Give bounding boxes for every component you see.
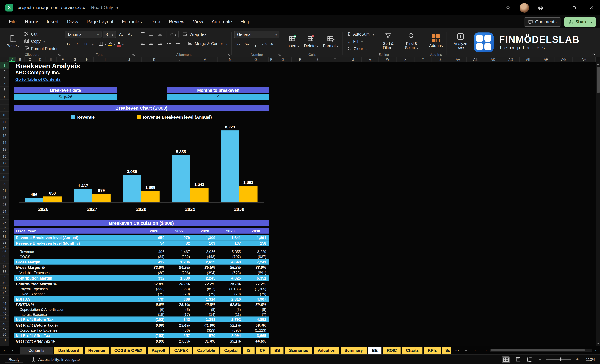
row-header-3[interactable]: 3 — [0, 75, 9, 82]
column-header-m[interactable]: M — [192, 57, 218, 62]
cell-revenue-breakeven-level-monthly-2026[interactable]: 54 — [141, 241, 167, 246]
sheet-tab-summary[interactable]: Summary — [341, 347, 367, 354]
cell-ebitda-2027[interactable]: 368 — [167, 297, 192, 301]
column-header-t[interactable]: T — [326, 57, 345, 62]
sheet-tab-be[interactable]: BE — [368, 347, 382, 354]
row-header-28[interactable]: 28 — [0, 227, 9, 229]
cell-revenue-2028[interactable]: 3,086 — [192, 250, 217, 254]
column-header-d[interactable]: D — [35, 57, 46, 62]
sheet-canvas[interactable]: Breakeven Analysis ABC Company Inc. Go t… — [9, 62, 596, 346]
cell-contribution-margin-2029[interactable]: 4,025 — [218, 276, 243, 280]
row-header-7[interactable]: 7 — [0, 93, 9, 100]
column-header-x[interactable]: X — [397, 57, 414, 62]
column-header-i[interactable]: I — [94, 57, 117, 62]
cell-revenue-breakeven-level-monthly-2030[interactable]: 158 — [243, 241, 269, 246]
cell-net-profit-after-tax-2026[interactable]: 0.0% — [141, 339, 167, 343]
breakeven-chart[interactable]: RevenueRevenue Breakeven level (Annual) … — [14, 111, 269, 219]
cell-cogs-2028[interactable]: (448) — [192, 255, 217, 259]
cell-corporate-tax-expense-2029[interactable]: (698) — [218, 328, 243, 332]
sheet-tab-capital[interactable]: Capital — [220, 347, 242, 354]
scroll-up-arrow-icon[interactable] — [597, 63, 599, 65]
merge-center-button[interactable]: Merge & Center — [186, 40, 229, 46]
row-label-fixed-expenses[interactable]: Fixed Expenses — [14, 292, 141, 296]
row-header-20[interactable]: 20 — [0, 181, 9, 187]
row-header-43[interactable]: 43 — [0, 296, 9, 301]
cell-contribution-margin-2029[interactable]: 75.2% — [218, 282, 243, 286]
cell-interest-expense-2029[interactable]: (11) — [218, 312, 243, 316]
cell-payroll-expenses-2030[interactable]: (1,365) — [243, 287, 269, 291]
decrease-decimal-button[interactable]: .0→ — [270, 40, 277, 47]
web-globe-button[interactable] — [532, 0, 548, 15]
cell-net-profit-before-tax-2027[interactable]: 23.4% — [167, 323, 192, 327]
cell-corporate-tax-expense-2028[interactable]: (323) — [192, 328, 217, 332]
sheet-tab-captable[interactable]: CapTable — [193, 347, 219, 354]
row-header-45[interactable]: 45 — [0, 306, 9, 311]
cell-revenue-breakeven-level-annual-2028[interactable]: 1,309 — [192, 236, 217, 240]
tab-more-button[interactable]: ⋮ — [472, 347, 478, 354]
row-header-25[interactable]: 25 — [0, 215, 9, 220]
increase-indent-button[interactable] — [174, 40, 181, 47]
chart-legend-item-revenue-breakeven-level-annual[interactable]: Revenue Breakeven level (Annual) — [137, 115, 212, 119]
menu-tab-review[interactable]: Review — [165, 16, 189, 28]
cell-variable-expenses-2027[interactable]: (206) — [167, 270, 192, 274]
menu-tab-home[interactable]: Home — [21, 16, 42, 28]
menu-tab-view[interactable]: View — [188, 16, 207, 28]
close-button[interactable] — [583, 0, 600, 15]
ribbon-collapse-button[interactable] — [590, 52, 597, 57]
chart-bar-revenue-breakeven-level-annual-2026[interactable]: 650 — [43, 196, 62, 202]
row-header-38[interactable]: 38 — [0, 269, 9, 274]
row-label-net-profit-after-tax[interactable]: Net Profit After Tax % — [14, 339, 141, 343]
row-label-net-profit-before-tax[interactable]: Net Profit Before Tax % — [14, 323, 141, 327]
row-header-18[interactable]: 18 — [0, 167, 9, 173]
bold-button[interactable]: B — [65, 40, 72, 47]
tab-scroll-right-icon[interactable] — [12, 348, 13, 352]
chart-bar-revenue-2028[interactable]: 3,086 — [123, 175, 141, 202]
chart-bar-revenue-2030[interactable]: 8,229 — [221, 130, 239, 202]
sheet-tab-bs[interactable]: BS — [271, 347, 284, 354]
insert-cells-button[interactable]: Insert — [285, 31, 300, 52]
menu-tab-data[interactable]: Data — [146, 16, 165, 28]
column-header-b[interactable]: B — [16, 57, 25, 62]
breakeven-date-header[interactable]: Breakeven date — [14, 87, 117, 93]
column-header-l[interactable]: L — [167, 57, 192, 62]
cell-revenue-breakeven-level-monthly-2027[interactable]: 82 — [167, 241, 192, 246]
page-break-view-button[interactable] — [526, 356, 534, 363]
row-label-revenue[interactable]: Revenue — [14, 250, 141, 254]
cell-variable-expenses-2028[interactable]: (394) — [192, 270, 217, 274]
menu-tab-help[interactable]: Help — [236, 16, 254, 28]
column-header-c[interactable]: C — [25, 57, 35, 62]
row-header-29[interactable]: 29 — [0, 229, 9, 234]
column-header-ad[interactable]: AD — [502, 57, 520, 62]
cell-cogs-2026[interactable]: (84) — [141, 255, 167, 259]
shrink-font-button[interactable]: A — [126, 31, 133, 38]
select-all-corner[interactable] — [0, 57, 9, 62]
cell-variable-expenses-2029[interactable]: (623) — [218, 270, 243, 274]
row-label-revenue-breakeven-level-annual[interactable]: Revenue Breakeven level (Annual) — [14, 236, 141, 240]
cell-depreciation-amortization-2027[interactable]: (8) — [167, 307, 192, 311]
fiscal-year-2027[interactable]: 2027 — [167, 228, 192, 234]
cell-ebitda-2029[interactable]: 2,810 — [218, 297, 243, 301]
row-label-interest-expense[interactable]: Interest Expense — [14, 312, 141, 316]
cell-fixed-expenses-2027[interactable]: (79) — [167, 292, 192, 296]
column-header-ac[interactable]: AC — [484, 57, 502, 62]
analyze-data-button[interactable]: Analyze Data — [450, 31, 471, 52]
row-header-26[interactable]: 26 — [0, 220, 9, 226]
cell-gross-margin-2026[interactable]: 83.0% — [141, 265, 167, 269]
row-header-10[interactable]: 10 — [0, 111, 9, 118]
cell-net-profit-before-tax-2029[interactable]: 52.1% — [218, 323, 243, 327]
row-label-cogs[interactable]: COGS — [14, 255, 141, 259]
cell-contribution-margin-2030[interactable]: 77.2% — [243, 282, 269, 286]
row-label-contribution-margin[interactable]: Contribution Margin — [14, 276, 141, 280]
cell-net-profit-after-tax-2027[interactable]: 17.5% — [167, 339, 192, 343]
cell-net-profit-before-tax-2026[interactable]: (103) — [141, 317, 167, 321]
cell-revenue-2030[interactable]: 8,229 — [243, 250, 269, 254]
cell-contribution-margin-2028[interactable]: 2,245 — [192, 276, 217, 280]
column-header-aa[interactable]: AA — [449, 57, 467, 62]
fiscal-year-2026[interactable]: 2026 — [141, 228, 167, 234]
menu-tab-draw[interactable]: Draw — [63, 16, 83, 28]
cell-variable-expenses-2030[interactable]: (891) — [243, 270, 269, 274]
row-label-revenue-breakeven-level-monthly[interactable]: Revenue Breakeven level (Monthly) — [14, 241, 141, 246]
cell-gross-margin-2029[interactable]: 4,648 — [218, 260, 243, 264]
cell-interest-expense-2027[interactable]: (17) — [167, 312, 192, 316]
number-format-select[interactable]: General — [234, 31, 280, 38]
